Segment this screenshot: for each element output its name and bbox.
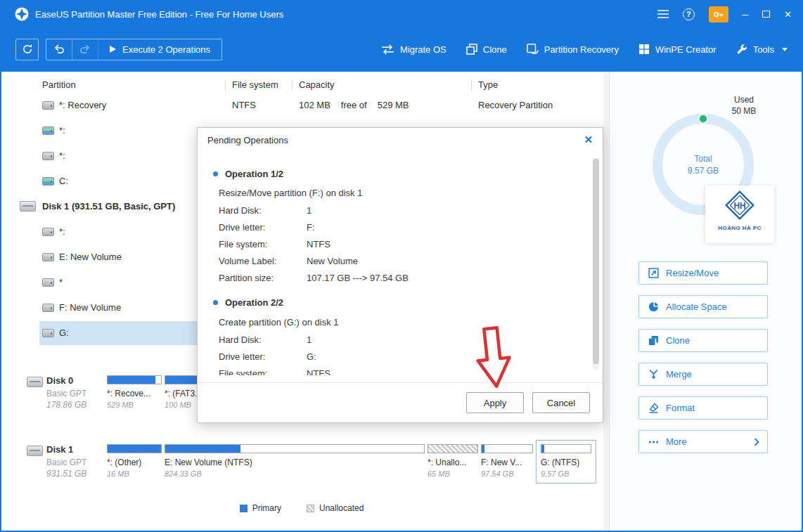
- dialog-title: Pending Operations: [207, 135, 288, 145]
- used-space-label: Used 50 MB: [722, 94, 766, 117]
- partition-icon: [42, 228, 54, 236]
- partition-block-g-selected[interactable]: G: (NTFS) 9.57 GB: [536, 440, 596, 484]
- disk1-panel: Disk 1 Basic GPT 931.51 GB *: (Other) 16…: [1, 439, 602, 493]
- chevron-right-icon: [754, 438, 759, 446]
- partition-name: *: [59, 277, 63, 287]
- column-header-filesystem: File system: [232, 79, 278, 90]
- partition-block[interactable]: *: (Other) 16 MB: [107, 444, 162, 478]
- partition-icon: [42, 126, 54, 135]
- disk-name: Disk 1 (931.51 GB, Basic, GPT): [42, 201, 175, 212]
- refresh-button[interactable]: [15, 39, 39, 60]
- annotation-arrow-icon: [465, 323, 522, 393]
- legend: Primary Unallocated: [1, 503, 602, 513]
- window-title: EaseUS Partition Master Free Edition - F…: [35, 9, 283, 20]
- dialog-scrollbar[interactable]: [593, 157, 599, 370]
- disk0-info[interactable]: Disk 0 Basic GPT 178.86 GB: [27, 375, 104, 410]
- logo-caption: HOÀNG HÀ PC: [705, 225, 774, 231]
- disk-name: Disk 1: [46, 444, 104, 455]
- play-icon: [110, 46, 116, 53]
- apply-button[interactable]: Apply: [466, 392, 524, 413]
- partition-icon: [42, 278, 54, 287]
- undo-icon: [53, 44, 65, 55]
- partition-name: E: New Volume: [59, 252, 122, 262]
- dialog-footer: Apply Cancel: [198, 382, 603, 422]
- primary-swatch-icon: [240, 505, 248, 512]
- more-button[interactable]: More: [638, 430, 768, 453]
- partition-block-unallocated[interactable]: *: Unallo... 65 MB: [428, 444, 478, 478]
- key-icon: [713, 9, 724, 20]
- titlebar: EaseUS Partition Master Free Edition - F…: [1, 1, 802, 27]
- field-row: File system:NTFS: [219, 368, 330, 375]
- menu-icon[interactable]: [657, 10, 669, 18]
- disk-icon: [27, 377, 43, 387]
- app-window: EaseUS Partition Master Free Edition - F…: [0, 0, 803, 532]
- header-separator: [292, 80, 293, 91]
- partition-icon: [42, 253, 54, 261]
- execute-operations-button[interactable]: Execute 2 Operations: [98, 39, 221, 60]
- operation1-heading: Operation 1/2: [213, 169, 283, 179]
- partition-name: G:: [59, 327, 69, 338]
- field-row: Drive letter:G:: [219, 351, 316, 362]
- close-button[interactable]: ✕: [784, 9, 792, 20]
- field-row: Volume Label:New Volume: [219, 256, 358, 266]
- maximize-button[interactable]: [762, 11, 770, 18]
- partition-block-f[interactable]: F: New V... 97.54 GB: [481, 444, 533, 478]
- help-icon[interactable]: ?: [683, 8, 695, 20]
- easeus-logo-icon: [15, 7, 29, 21]
- main-scrollbar[interactable]: [603, 72, 609, 531]
- legend-primary: Primary: [240, 503, 281, 513]
- resize-move-button[interactable]: Resize/Move: [638, 261, 768, 285]
- refresh-icon: [22, 44, 33, 55]
- legend-unallocated: Unallocated: [307, 503, 364, 513]
- column-header-type: Type: [478, 79, 498, 90]
- unallocated-swatch-icon: [307, 505, 314, 512]
- redo-icon: [79, 44, 91, 55]
- partition-recovery-button[interactable]: Partition Recovery: [527, 44, 619, 55]
- migrate-os-button[interactable]: Migrate OS: [381, 44, 447, 55]
- capacity-value: 102 MBfree of529 MB: [299, 100, 419, 110]
- partition-name: *:: [59, 150, 65, 161]
- partition-recovery-icon: [527, 44, 539, 55]
- svg-text:HH: HH: [733, 201, 745, 211]
- scrollbar-thumb[interactable]: [593, 159, 599, 364]
- key-button[interactable]: [709, 6, 728, 22]
- winpe-creator-icon: [638, 44, 650, 55]
- partition-icon: [42, 152, 54, 160]
- operation2-heading: Operation 2/2: [213, 297, 283, 308]
- partition-name: F: New Volume: [59, 302, 121, 313]
- partition-type-value: Recovery Partition: [478, 100, 553, 110]
- cancel-button[interactable]: Cancel: [532, 392, 590, 413]
- field-row: Drive letter:F:: [219, 222, 315, 233]
- chevron-down-icon: [782, 48, 788, 51]
- field-row: Hard Disk:1: [219, 205, 311, 216]
- disk-icon: [27, 446, 43, 456]
- format-icon: [648, 403, 659, 413]
- clone-icon: [648, 335, 659, 346]
- more-icon: [648, 440, 659, 444]
- dialog-close-icon[interactable]: ✕: [584, 134, 593, 146]
- clone-button[interactable]: Clone: [466, 44, 507, 55]
- tools-icon: [736, 44, 747, 55]
- winpe-creator-button[interactable]: WinPE Creator: [638, 44, 717, 55]
- disk-icon: [20, 201, 36, 212]
- undo-button[interactable]: [46, 39, 72, 60]
- header-separator: [471, 80, 472, 91]
- migrate-os-icon: [381, 44, 394, 55]
- format-button[interactable]: Format: [638, 396, 768, 420]
- partition-block-e[interactable]: E: New Volume (NTFS) 824.33 GB: [165, 444, 425, 478]
- clone-icon: [466, 44, 477, 55]
- field-row: File system:NTFS: [219, 239, 330, 249]
- minimize-button[interactable]: –: [743, 11, 748, 18]
- partition-block[interactable]: *: Recove... 529 MB: [107, 375, 162, 409]
- clone-sidebar-button[interactable]: Clone: [638, 329, 768, 352]
- disk-size: 931.51 GB: [46, 469, 104, 479]
- tools-button[interactable]: Tools: [736, 44, 788, 55]
- allocate-space-button[interactable]: Allocate Space: [638, 295, 768, 318]
- merge-button[interactable]: Merge: [638, 363, 768, 386]
- dialog-header: Pending Operations ✕: [198, 128, 603, 152]
- partition-icon: [42, 304, 54, 312]
- hoang-ha-pc-logo: HH HOÀNG HÀ PC: [705, 186, 774, 243]
- redo-button[interactable]: [72, 39, 98, 60]
- disk1-info[interactable]: Disk 1 Basic GPT 931.51 GB: [27, 444, 104, 479]
- table-row-recovery[interactable]: *: Recovery NTFS 102 MBfree of529 MB Rec…: [1, 93, 602, 118]
